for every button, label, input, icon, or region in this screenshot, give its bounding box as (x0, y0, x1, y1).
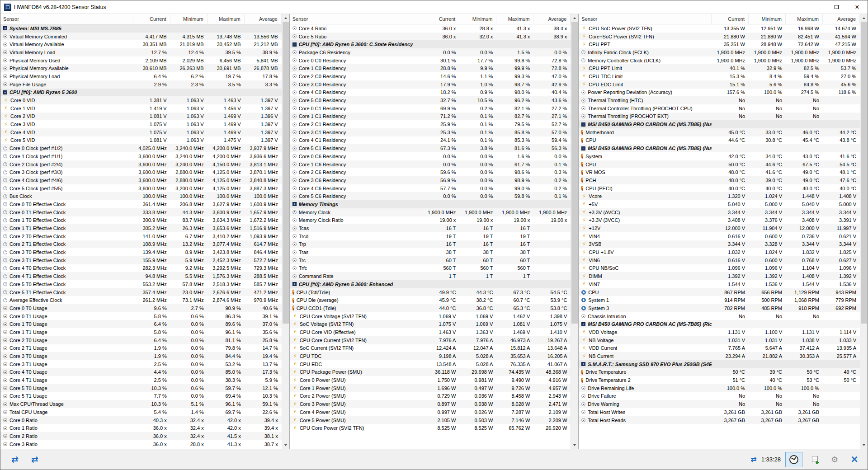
scroll-columns-right-button[interactable]: ⇄ (26, 452, 44, 467)
sensor-row[interactable]: Trc60 T60 T60 T (290, 256, 571, 264)
sensor-row[interactable]: ⚡CPU TDC9.198 A5.028 A35.653 A16.205 A (290, 352, 571, 360)
sensor-row[interactable]: Core 4 C1 Residency24.1 %0.1 %85.3 %59.4… (290, 136, 571, 145)
sensor-row[interactable]: Core 4 T1 Effective Clock94.8 MHz5.5 MHz… (0, 272, 282, 280)
scrollbar-down-button[interactable] (860, 441, 868, 449)
close-sensors-button[interactable]: × (847, 452, 862, 467)
sensor-row[interactable]: Core 0 Clock (perf #1/2)4,025.0 MHz3,240… (0, 144, 282, 152)
sensor-row[interactable]: ⚡Core 5 Power (SMU)2.105 W0.503 W7.146 W… (290, 416, 571, 424)
sensor-row[interactable]: Core 1 T1 Effective Clock305.2 MHz26.3 M… (0, 224, 282, 232)
sensor-row[interactable]: Core 3 C1 Residency25.3 %0.1 %85.8 %57.0… (290, 128, 571, 136)
sensor-row[interactable]: Core 0 Ratio40.3 x32.4 x42.0 x39.4 x (0, 416, 282, 424)
sensor-row[interactable]: Memory Controller Clock (UCLK)1,900.0 MH… (579, 56, 860, 65)
sensor-row[interactable]: ⚡Core 0 VID1.381 V1.063 V1.463 V1.397 V (0, 96, 282, 104)
scroll-columns-left-button[interactable]: ⇄ (6, 452, 24, 467)
sensor-row[interactable]: Drive Temperature50 °C39 °C50 °C49 °C (579, 368, 860, 376)
sensor-row[interactable]: Core 3 T0 Usage1.9 %0.0 %84.4 %19.4 % (0, 352, 282, 360)
column-header-maximum[interactable]: Maximum (786, 14, 823, 24)
sensor-row[interactable]: Core 5 T0 Usage10.3 %0.6 %59.7 %12.1 % (0, 384, 282, 392)
sensor-row[interactable]: Total CPU Usage5.4 %1.4 %69.7 %22.6 % (0, 408, 282, 416)
column-header-minimum[interactable]: Minimum (170, 14, 208, 24)
sensor-row[interactable]: ⚡Core 4 VID1.075 V1.063 V1.469 V1.397 V (0, 128, 282, 136)
sensor-row[interactable]: ⚡CPU SoC Power (SVI2 TFN)13.355 W12.951 … (579, 24, 860, 33)
sensor-row[interactable]: Chassis IntrusionNoNoNo (579, 312, 860, 320)
sensor-row[interactable]: Core 1 C0 Residency28.8 %9.9 %99.9 %72.8… (290, 64, 571, 72)
sensor-row[interactable]: ⚡VDD Current7.765 A5.647 A37.412 A13.935… (579, 344, 860, 352)
maximize-button[interactable] (826, 0, 847, 14)
sensor-row[interactable]: ⚡3VSB3.344 V3.328 V3.344 V3.344 V (579, 240, 860, 249)
sensor-row[interactable]: Core 2 Clock (perf #2/4)3,600.0 MHz3,240… (0, 160, 282, 169)
sensor-row[interactable]: ⚡Core 1 VID1.419 V1.063 V1.456 V1.397 V (0, 104, 282, 113)
sensor-row[interactable]: ⚡SoC Voltage (SVI2 TFN)1.075 V1.069 V1.0… (290, 320, 571, 328)
sensor-row[interactable]: ⚡CPU EDC13.548 A5.028 A76.335 A41.067 A (290, 360, 571, 368)
sensor-row[interactable]: Total Host Writes3,261 GB3,261 GB3,261 G… (579, 408, 860, 416)
settings-button[interactable]: ⚙ (827, 452, 842, 467)
scrollbar-thumb[interactable] (283, 22, 289, 324)
sensor-row[interactable]: ⚡NB Current23.294 A21.882 A30.353 A25.57… (579, 352, 860, 360)
sensor-row[interactable]: ⚡CPU Core Power (SVI2 TFN)8.525 W8.525 W… (290, 424, 571, 432)
sensor-row[interactable]: ⚡+5V5.040 V5.000 V5.040 V5.000 V (579, 200, 860, 208)
column-header-sensor[interactable]: Sensor (0, 14, 133, 24)
sensor-row[interactable]: Max CPU/Thread Usage10.3 %5.1 %96.1 %59.… (0, 400, 282, 408)
sensor-row[interactable]: Drive Remaining Life100.0 %100.0 %100.0 … (579, 384, 860, 392)
sensor-row[interactable]: ⚡Core 4 Power (SMU)0.997 W0.026 W7.287 W… (290, 408, 571, 416)
sensor-row[interactable]: ⚡VDD Voltage1.131 V1.100 V1.131 V1.114 V (579, 328, 860, 336)
sensor-row[interactable]: ⚡+3.3V (3VCC)3.408 V3.376 V3.408 V3.391 … (579, 216, 860, 225)
sensor-row[interactable]: Average Effective Clock261.2 MHz73.1 MHz… (0, 296, 282, 304)
column-header-average[interactable]: Average (245, 14, 282, 24)
sensor-row[interactable]: Core 2 T1 Effective Clock108.9 MHz13.2 M… (0, 240, 282, 249)
scrollbar-up-button[interactable] (860, 14, 868, 22)
sensor-row[interactable]: Power Reporting Deviation (Accuracy)157.… (579, 89, 860, 97)
sensor-row[interactable]: CPU Die (average)45.9 °C38.2 °C60.7 °C53… (290, 296, 571, 304)
sensor-row[interactable]: VR MOS48.0 °C41.6 °C49.0 °C48.1 °C (579, 168, 860, 176)
sensor-row[interactable]: Package C6 Residency0.0 %0.0 %1.5 %0.0 % (290, 48, 571, 56)
sensor-row[interactable]: Core 3 C6 Residency56.9 %0.0 %98.9 %0.2 … (290, 176, 571, 184)
sensor-row[interactable]: Trcd19 T19 T19 T (290, 232, 571, 240)
sensor-row[interactable]: Thermal Controller Throttling (PROCHOT C… (579, 104, 860, 113)
sensor-row[interactable]: Core 3 T1 Effective Clock155.9 MHz5.9 MH… (0, 256, 282, 264)
sensor-row[interactable]: Memory Clock Ratio19.00 x19.00 x19.00 x1… (290, 216, 571, 225)
column-header-average[interactable]: Average (823, 14, 860, 24)
sensor-row[interactable]: Core 1 T0 Usage6.4 %0.0 %89.6 %37.0 % (0, 320, 282, 328)
sensor-row[interactable]: System 1914 RPM500 RPM1,068 RPM779 RPM (579, 296, 860, 304)
sensor-row[interactable]: Physical Memory Used2,109 MB2,029 MB6,45… (0, 56, 282, 65)
sensor-row[interactable]: Core 1 C6 Residency0.0 %0.0 %61.7 %0.1 % (290, 160, 571, 169)
sensor-group-header[interactable]: CPU [#0]: AMD Ryzen 5 3600 (0, 89, 282, 97)
vertical-scrollbar[interactable] (282, 14, 289, 449)
sensor-row[interactable]: Core 2 C6 Residency59.6 %0.0 %98.6 %0.3 … (290, 168, 571, 176)
vertical-scrollbar[interactable] (860, 14, 868, 449)
sensor-row[interactable]: Core 4 T0 Effective Clock282.3 MHz9.2 MH… (0, 264, 282, 273)
sensor-row[interactable]: CPU (PECI)40.0 °C40.0 °C40.0 °C40.0 °C (579, 184, 860, 193)
sensor-row[interactable]: ⚡+3.3V (AVCC)3.344 V3.344 V3.344 V3.344 … (579, 208, 860, 216)
column-header-current[interactable]: Current (712, 14, 749, 24)
sensor-row[interactable]: Core 1 T1 Usage5.8 %0.0 %96.1 %35.6 % (0, 328, 282, 336)
sensor-group-header[interactable]: MSI B450 GAMING PRO CARBON AC (MS-7B85) … (579, 320, 860, 328)
scrollbar-down-button[interactable] (571, 441, 578, 449)
sensor-row[interactable]: ⚡CPU Package Power (SMU)36.118 W29.698 W… (290, 368, 571, 376)
scrollbar-track[interactable] (860, 22, 868, 441)
sensor-row[interactable]: Core 0 T1 Usage5.8 %0.6 %86.3 %39.1 % (0, 312, 282, 320)
scrollbar-up-button[interactable] (282, 14, 289, 22)
sensor-row[interactable]: ⚡CPU PPT Limit40.1 %32.9 %82.5 %53.7 % (579, 64, 860, 72)
sensor-row[interactable]: Core 0 T0 Effective Clock361.4 MHz206.8 … (0, 200, 282, 208)
sensor-row[interactable]: ⚡CPU PPT35.251 W28.948 W72.642 W47.215 W (579, 40, 860, 48)
sensor-row[interactable]: Core 5 C0 Residency32.7 %10.5 %96.2 %43.… (290, 96, 571, 104)
sensor-row[interactable]: Core 5 Ratio36.0 x32.0 x41.3 x38.9 x (290, 33, 571, 41)
sensor-row[interactable]: Core 0 T0 Usage9.6 %2.7 %90.9 %40.6 % (0, 304, 282, 312)
sensor-row[interactable]: Thermal Throttling (HTC)NoNoNo (579, 96, 860, 104)
sensor-row[interactable]: Core 1 T0 Effective Clock300.9 MHz83.7 M… (0, 216, 282, 225)
clock-button[interactable] (785, 452, 802, 467)
report-button[interactable] (807, 452, 822, 467)
sensor-row[interactable]: CPU CCD1 (Tdie)44.0 °C36.8 °C65.3 °C53.8… (290, 304, 571, 312)
sensor-row[interactable]: Core 4 T1 Usage2.5 %0.0 %38.3 %5.9 % (0, 376, 282, 384)
close-button[interactable]: × (847, 0, 868, 14)
sensor-row[interactable]: Drive Temperature 251 °C40 °C53 °C50 °C (579, 376, 860, 384)
sensor-row[interactable]: Physical Memory Available30,610 MB26,263… (0, 64, 282, 72)
sensor-group-header[interactable]: Memory Timings (290, 200, 571, 208)
sensor-group-header[interactable]: S.M.A.R.T.: Samsung SSD 970 EVO Plus 250… (579, 360, 860, 368)
scrollbar-up-button[interactable] (571, 14, 578, 22)
sensor-row[interactable]: Core 5 Clock (perf #5/5)3,600.0 MHz3,200… (0, 184, 282, 193)
sensor-row[interactable]: Core 1 Clock (perf #1/1)3,600.0 MHz3,240… (0, 152, 282, 160)
sensor-row[interactable]: Virtual Memory Available30,351 MB21,019 … (0, 40, 282, 48)
sensor-row[interactable]: Total Host Reads3,267 GB3,267 GB3,267 GB (579, 416, 860, 424)
sensor-row[interactable]: Physical Memory Load6.4 %6.2 %19.7 %17.8… (0, 72, 282, 80)
